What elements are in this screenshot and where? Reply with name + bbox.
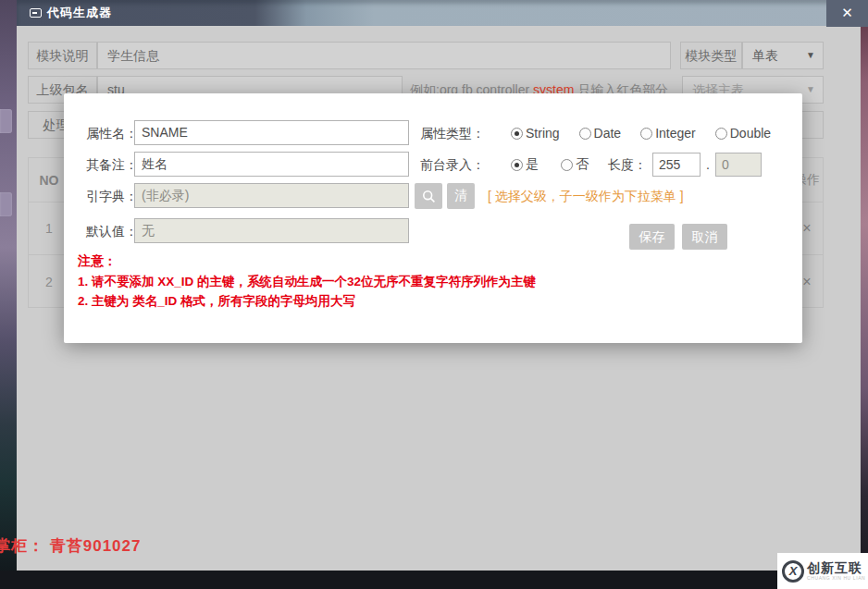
- dict-search-button[interactable]: [415, 183, 442, 209]
- note-line-1: 1. 请不要添加 XX_ID 的主键，系统自动生成一个32位无序不重复字符序列作…: [78, 274, 536, 290]
- attr-type-label: 属性类型：: [420, 120, 500, 146]
- default-input[interactable]: 无: [134, 218, 409, 243]
- radio-icon: [511, 128, 523, 140]
- chevron-down-icon: ▼: [806, 77, 815, 103]
- window-title: 代码生成器: [47, 0, 112, 26]
- dict-clear-button[interactable]: 清: [447, 183, 475, 209]
- radio-string[interactable]: String: [511, 126, 560, 141]
- logo-name: 创新互联: [807, 561, 865, 575]
- dict-label: 引字典：: [73, 183, 138, 209]
- radio-no[interactable]: 否: [561, 156, 589, 173]
- logo-subtext: CHUANG XIN HU LIAN: [807, 575, 865, 582]
- radio-yes[interactable]: 是: [511, 156, 539, 173]
- site-logo: X 创新互联 CHUANG XIN HU LIAN: [777, 553, 868, 589]
- radio-icon: [715, 128, 727, 140]
- note-line-2: 2. 主键为 类名_ID 格式，所有字段的字母均用大写: [78, 293, 355, 310]
- save-button[interactable]: 保存: [629, 224, 675, 250]
- remark-label: 其备注：: [73, 152, 138, 178]
- cancel-button[interactable]: 取消: [682, 224, 727, 250]
- module-type-select[interactable]: 单表 ▼: [742, 42, 824, 69]
- page-right-edge: [861, 0, 868, 589]
- attr-name-label: 属性名：: [73, 120, 138, 146]
- decimal-separator: .: [706, 152, 710, 178]
- length-input[interactable]: 255: [652, 153, 701, 177]
- search-icon: [422, 190, 436, 203]
- dict-input[interactable]: (非必录): [134, 183, 409, 208]
- window-icon: [30, 8, 42, 18]
- dict-hint: [ 选择父级，子一级作为下拉菜单 ]: [488, 183, 684, 209]
- radio-integer[interactable]: Integer: [640, 126, 696, 141]
- note-heading: 注意：: [78, 253, 117, 270]
- window-titlebar: 代码生成器 ✕: [17, 0, 868, 26]
- length-label: 长度：: [608, 152, 647, 178]
- radio-icon: [579, 128, 591, 140]
- attr-name-input[interactable]: SNAME: [134, 120, 409, 145]
- page-bottom-bar: [0, 571, 868, 589]
- front-input-label: 前台录入：: [420, 152, 500, 178]
- close-button[interactable]: ✕: [826, 0, 868, 27]
- attribute-edit-dialog: 属性名： SNAME 属性类型： String Date Integer Dou…: [64, 93, 802, 343]
- edge-tab: [0, 192, 12, 216]
- radio-date[interactable]: Date: [579, 126, 622, 141]
- logo-icon: X: [782, 560, 804, 583]
- front-input-radio-group: 是 否: [511, 152, 589, 178]
- decimal-input[interactable]: 0: [715, 153, 762, 177]
- module-type-label: 模块类型: [680, 42, 742, 69]
- default-label: 默认值：: [73, 218, 138, 244]
- attr-type-radio-group: String Date Integer Double: [511, 120, 771, 146]
- edge-tab: [0, 109, 12, 133]
- module-desc-label: 模块说明: [28, 42, 97, 69]
- radio-double[interactable]: Double: [715, 126, 771, 141]
- page-left-edge: [0, 0, 17, 589]
- chevron-down-icon: ▼: [806, 43, 815, 68]
- radio-icon: [561, 159, 573, 171]
- watermark-text: 掌柜： 青苔901027: [0, 535, 141, 557]
- module-desc-input[interactable]: 学生信息: [97, 42, 671, 69]
- radio-icon: [511, 159, 523, 171]
- radio-icon: [640, 128, 652, 140]
- remark-input[interactable]: 姓名: [134, 152, 409, 177]
